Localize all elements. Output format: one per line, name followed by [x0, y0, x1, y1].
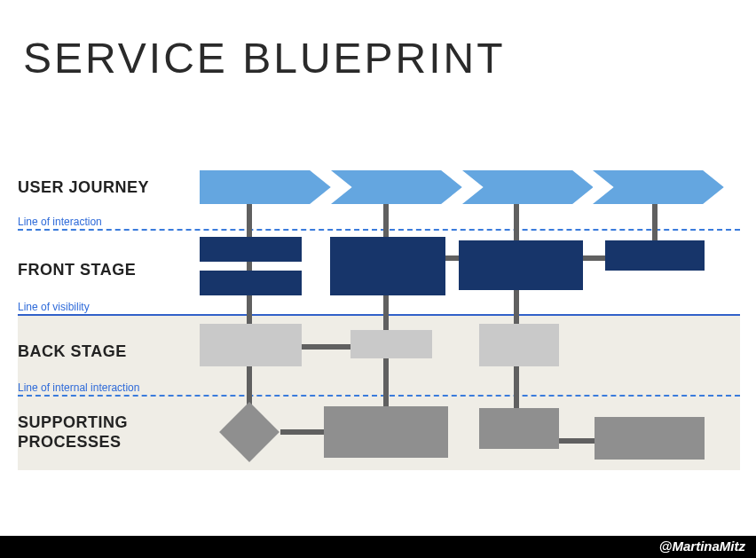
front-stage-box-3 — [459, 240, 583, 290]
back-stage-box-2 — [350, 330, 432, 358]
front-stage-box-4 — [605, 240, 705, 271]
svg-marker-1 — [331, 170, 462, 204]
svg-marker-2 — [462, 170, 594, 204]
line-of-internal-interaction — [18, 395, 740, 397]
front-stage-box-2 — [330, 237, 445, 295]
row-label-supporting-text: SUPPORTING PROCESSES — [18, 413, 128, 451]
back-stage-box-3 — [479, 324, 559, 366]
front-stage-box-1a — [200, 237, 302, 262]
journey-step-3 — [462, 170, 594, 204]
back-stage-box-1 — [200, 324, 302, 366]
support-box-2 — [324, 406, 448, 458]
line-label-interaction: Line of interaction — [18, 216, 102, 228]
journey-step-4 — [593, 170, 724, 204]
svg-marker-0 — [200, 170, 331, 204]
support-box-3 — [479, 408, 559, 449]
user-journey-arrows — [200, 170, 724, 204]
row-label-user-journey: USER JOURNEY — [18, 178, 149, 197]
line-of-visibility — [18, 314, 740, 316]
footer-credit: @MartinaMitz — [0, 536, 756, 558]
journey-step-2 — [331, 170, 462, 204]
line-label-internal: Line of internal interaction — [18, 381, 139, 394]
front-stage-box-1b — [200, 271, 302, 295]
journey-step-1 — [200, 170, 331, 204]
line-of-interaction — [18, 229, 740, 231]
row-label-front-stage: FRONT STAGE — [18, 261, 136, 279]
page-title: SERVICE BLUEPRINT — [23, 34, 506, 83]
row-label-supporting: SUPPORTING PROCESSES — [18, 413, 128, 452]
svg-marker-3 — [593, 170, 724, 204]
line-label-visibility: Line of visibility — [18, 301, 90, 313]
row-label-back-stage: BACK STAGE — [18, 342, 127, 361]
support-box-4 — [595, 417, 705, 460]
